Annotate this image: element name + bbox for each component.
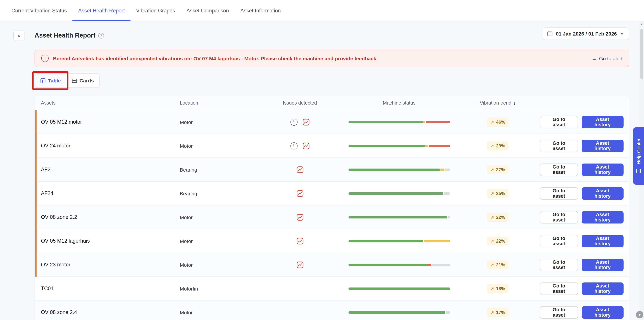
status-segment-green [348,145,424,147]
machine-status-cell [343,216,456,218]
issues-detected-cell: ! [257,142,343,149]
table-header-row: Assets Location Issues detected Machine … [35,95,629,110]
go-to-asset-button[interactable]: Go to asset [540,187,578,200]
asset-history-button[interactable]: Asset history [582,163,624,176]
column-header-vibration-trend[interactable]: Vibration trend ↓ [456,100,540,105]
table-icon [40,78,46,83]
asset-name: OV 24 motor [35,143,174,149]
row-accent-bar [35,253,36,277]
trend-percentage: 21% [496,262,505,267]
vibration-trend-badge: ↗ 22% [487,236,508,246]
table-row[interactable]: OV 05 M12 lagerhuis Motor ↗ 22% Go to as… [35,229,629,253]
status-segment-green [348,168,440,171]
trend-percentage: 27% [496,167,505,172]
go-to-asset-button[interactable]: Go to asset [540,306,578,319]
row-accent-bar [35,134,36,158]
vibration-chart-icon[interactable] [296,261,304,268]
asset-history-button[interactable]: Asset history [582,116,624,128]
cards-view-button[interactable]: Cards [66,74,99,87]
scrollbar-thumb[interactable] [640,29,643,79]
row-actions: Go to asset Asset history [540,187,629,200]
asset-history-button[interactable]: Asset history [582,211,624,223]
status-segment-yellow [423,121,425,123]
machine-status-bar [348,311,450,314]
asset-name: OV 23 motor [35,262,174,268]
tab-asset-health-report[interactable]: Asset Health Report [72,0,130,21]
go-to-alert-link[interactable]: → Go to alert [592,55,622,61]
status-segment-green [348,192,443,195]
asset-location: Bearing [174,191,257,196]
vibration-chart-icon[interactable] [296,237,304,245]
machine-status-cell [343,311,456,314]
row-actions: Go to asset Asset history [540,259,629,271]
table-row[interactable]: AF21 Bearing ↗ 27% Go to asset Asset his… [35,158,629,182]
asset-name: OV 08 zone 2.2 [35,214,174,220]
asset-history-button[interactable]: Asset history [582,140,624,152]
issues-detected-cell [257,214,343,221]
column-header-issues-detected[interactable]: Issues detected [257,100,343,105]
asset-history-button[interactable]: Asset history [582,235,624,247]
table-view-button[interactable]: Table [35,74,66,87]
column-header-machine-status[interactable]: Machine status [343,100,456,105]
issues-detected-cell: ! [257,118,343,125]
status-segment-gray [445,168,450,171]
asset-name: AF21 [35,167,174,173]
sidebar-expand-button[interactable]: » [14,30,25,41]
date-range-picker[interactable]: 01 Jan 2026 / 01 Feb 2026 [542,27,629,40]
issues-detected-cell [257,261,343,268]
vibration-chart-icon[interactable] [302,118,310,125]
asset-history-button[interactable]: Asset history [582,187,624,200]
status-segment-green [348,240,423,242]
alert-message: Berend Antvelink has identified unexpect… [53,55,376,61]
warning-icon[interactable]: ! [290,142,297,149]
asset-history-button[interactable]: Asset history [582,282,624,295]
trend-percentage: 46% [496,119,505,124]
trend-up-arrow-icon: ↗ [490,238,494,243]
table-row[interactable]: OV 08 zone 2.2 Motor ↗ 22% Go to asset A… [35,205,629,229]
go-to-asset-button[interactable]: Go to asset [540,259,578,271]
cards-view-label: Cards [80,78,94,83]
vibration-chart-icon[interactable] [296,190,304,197]
status-segment-green [348,216,447,218]
tab-asset-comparison[interactable]: Asset Comparison [181,0,234,21]
table-row[interactable]: OV 23 motor Motor ↗ 21% Go to asset Asse… [35,253,629,277]
row-actions: Go to asset Asset history [540,163,629,176]
table-row[interactable]: OV 05 M12 motor Motor ! ↗ 46% Go to asse… [35,110,629,134]
title-help-icon[interactable]: ? [98,33,104,38]
go-to-asset-button[interactable]: Go to asset [540,211,578,223]
status-segment-red [427,264,431,266]
go-to-asset-button[interactable]: Go to asset [540,140,578,152]
tab-current-vibration-status[interactable]: Current Vibration Status [6,0,72,21]
go-to-asset-button[interactable]: Go to asset [540,116,578,128]
table-row[interactable]: OV 24 motor Motor ! ↗ 29% Go to asset As… [35,134,629,158]
trend-up-arrow-icon: ↗ [490,262,494,267]
asset-history-button[interactable]: Asset history [582,259,624,271]
go-to-asset-button[interactable]: Go to asset [540,235,578,247]
tab-vibration-graphs[interactable]: Vibration Graphs [130,0,181,21]
table-row[interactable]: OV 08 zone 2.4 Motor ↗ 17% Go to asset A… [35,301,629,320]
column-header-assets[interactable]: Assets [35,100,174,105]
scroll-up-arrow[interactable]: ▲ [639,22,644,26]
tab-asset-information[interactable]: Asset Information [234,0,286,21]
vibration-trend-badge: ↗ 29% [487,141,508,150]
scroll-down-button[interactable]: ▼ [636,311,643,318]
status-segment-gray [446,311,450,314]
alert-exclamation-icon: ! [41,55,49,62]
machine-status-bar [348,168,450,171]
vibration-chart-icon[interactable] [302,142,310,149]
table-row[interactable]: AF24 Bearing ↗ 25% Go to asset Asset his… [35,182,629,205]
trend-up-arrow-icon: ↗ [490,215,494,220]
warning-icon[interactable]: ! [290,118,297,125]
column-header-location[interactable]: Location [174,100,257,105]
vibration-trend-cell: ↗ 21% [456,260,540,269]
vibration-chart-icon[interactable] [296,214,304,221]
help-center-tab[interactable]: Help Center [633,127,644,185]
go-to-asset-button[interactable]: Go to asset [540,163,578,176]
asset-history-button[interactable]: Asset history [582,306,624,319]
table-row[interactable]: TC01 Motorfin ↗ 18% Go to asset Asset hi… [35,277,629,301]
trend-percentage: 29% [496,143,505,148]
vibration-chart-icon[interactable] [296,166,304,173]
vibration-trend-badge: ↗ 25% [487,189,508,198]
trend-up-arrow-icon: ↗ [490,191,494,196]
go-to-asset-button[interactable]: Go to asset [540,282,578,295]
